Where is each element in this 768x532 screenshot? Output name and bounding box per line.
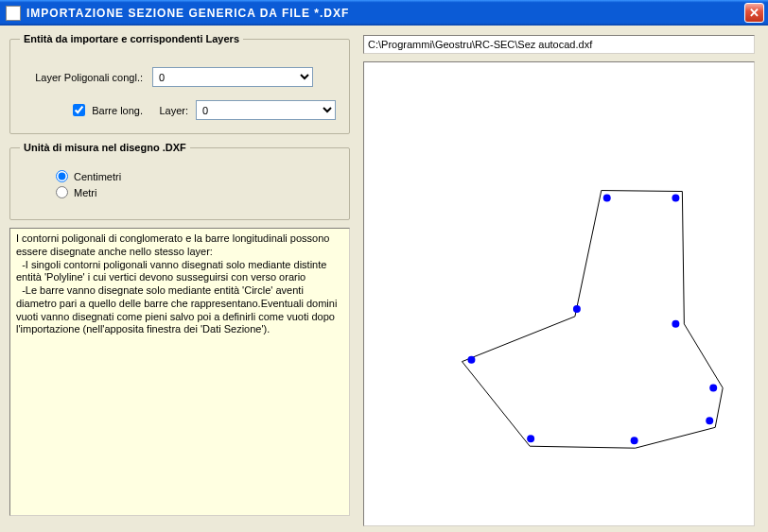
window-title: IMPORTAZIONE SEZIONE GENERICA DA FILE *.… bbox=[26, 7, 744, 20]
group-units-legend: Unità di misura nel disegno .DXF bbox=[20, 142, 190, 153]
help-text: I contorni poligonali di conglomerato e … bbox=[16, 232, 343, 336]
layer-polygon-label: Layer Poligonali congl.: bbox=[20, 72, 152, 83]
rebar-point bbox=[672, 320, 679, 328]
titlebar: IMPORTAZIONE SEZIONE GENERICA DA FILE *.… bbox=[0, 0, 768, 26]
barre-long-wrap: Barre long. bbox=[20, 101, 152, 119]
layer-polygon-select[interactable]: 0 bbox=[152, 67, 313, 87]
layer-barre-select[interactable]: 0 bbox=[196, 100, 336, 120]
group-units: Unità di misura nel disegno .DXF Centime… bbox=[9, 142, 350, 220]
barre-long-label: Barre long. bbox=[92, 105, 143, 116]
rebar-point bbox=[631, 437, 638, 444]
preview-svg bbox=[364, 62, 754, 525]
section-polygon bbox=[462, 191, 723, 449]
radio-row-cm[interactable]: Centimetri bbox=[56, 170, 332, 182]
help-textarea[interactable]: I contorni poligonali di conglomerato e … bbox=[9, 228, 350, 516]
radio-m-label: Metri bbox=[74, 187, 96, 198]
right-column bbox=[363, 35, 755, 526]
rebar-point bbox=[527, 435, 534, 442]
layer-barre-label: Layer: bbox=[152, 105, 196, 116]
radio-group-units: Centimetri Metri bbox=[20, 163, 340, 206]
close-icon: ✕ bbox=[749, 6, 759, 20]
group-layers-legend: Entità da importare e corrispondenti Lay… bbox=[20, 33, 243, 44]
row-layer-polygon: Layer Poligonali congl.: 0 bbox=[20, 67, 340, 87]
close-button[interactable]: ✕ bbox=[744, 3, 764, 23]
file-path-input[interactable] bbox=[363, 35, 755, 54]
rebar-point bbox=[709, 385, 717, 392]
rebar-point bbox=[573, 305, 581, 313]
section-preview bbox=[363, 61, 755, 526]
rebar-point bbox=[672, 195, 679, 202]
radio-cm[interactable] bbox=[56, 170, 68, 182]
rebar-point bbox=[467, 356, 475, 364]
left-column: Entità da importare e corrispondenti Lay… bbox=[9, 33, 350, 516]
radio-row-m[interactable]: Metri bbox=[56, 186, 332, 198]
radio-m[interactable] bbox=[56, 186, 68, 198]
app-icon bbox=[6, 6, 21, 21]
client-area: Entità da importare e corrispondenti Lay… bbox=[0, 26, 768, 532]
rebar-point bbox=[603, 195, 611, 202]
row-layer-barre: Barre long. Layer: 0 bbox=[20, 100, 340, 120]
rebar-point bbox=[706, 417, 713, 424]
barre-long-checkbox[interactable] bbox=[73, 104, 85, 116]
radio-cm-label: Centimetri bbox=[74, 171, 121, 182]
group-layers: Entità da importare e corrispondenti Lay… bbox=[9, 33, 350, 134]
